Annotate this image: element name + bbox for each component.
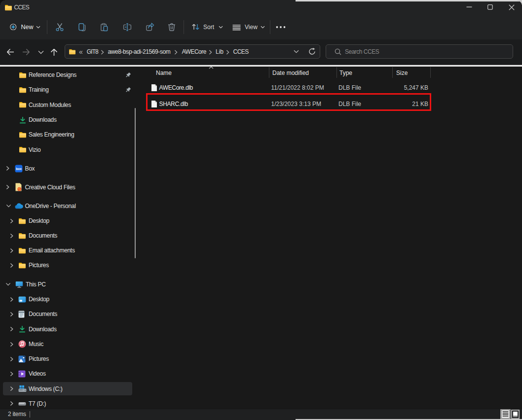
- svg-text:box: box: [16, 167, 22, 171]
